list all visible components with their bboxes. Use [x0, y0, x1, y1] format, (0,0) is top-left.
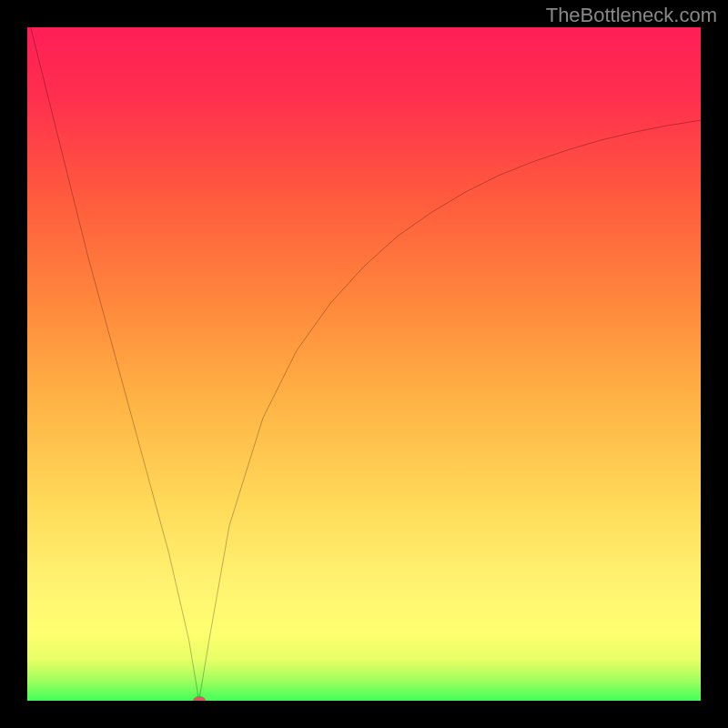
- curve-svg: [27, 27, 701, 701]
- watermark-text: TheBottleneck.com: [546, 4, 717, 27]
- bottleneck-curve-path: [27, 27, 701, 701]
- plot-area: [27, 27, 701, 701]
- chart-frame: TheBottleneck.com: [0, 0, 728, 728]
